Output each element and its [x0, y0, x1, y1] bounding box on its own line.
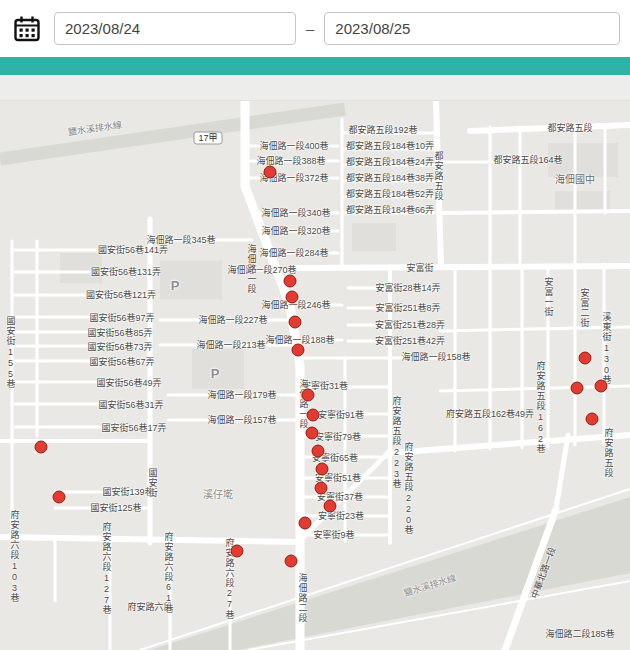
map-marker[interactable] — [231, 545, 244, 558]
road — [436, 101, 441, 266]
map-marker[interactable] — [586, 413, 599, 426]
date-to-input[interactable] — [324, 12, 620, 45]
map-marker[interactable] — [264, 166, 277, 179]
map-roads — [0, 101, 630, 650]
map-canvas[interactable]: 鹽水溪排水線17甲海佃路一段400巷海佃路一段388巷海佃路一段372巷海佃路一… — [0, 101, 630, 650]
road — [556, 435, 568, 509]
road — [245, 186, 290, 306]
date-toolbar: – — [0, 0, 630, 57]
calendar-icon[interactable] — [10, 12, 44, 46]
map-marker[interactable] — [284, 275, 297, 288]
map-marker[interactable] — [312, 445, 325, 458]
map-marker[interactable] — [316, 463, 329, 476]
map-marker[interactable] — [286, 291, 299, 304]
road — [443, 211, 630, 213]
map-marker[interactable] — [285, 555, 298, 568]
map-marker[interactable] — [35, 441, 48, 454]
map-marker[interactable] — [307, 409, 320, 422]
map-marker[interactable] — [595, 380, 608, 393]
road — [0, 537, 298, 542]
sub-bar — [0, 75, 630, 101]
map-marker[interactable] — [571, 382, 584, 395]
road — [440, 327, 630, 331]
date-from-input[interactable] — [54, 12, 296, 45]
map-marker[interactable] — [302, 389, 315, 402]
building — [192, 349, 244, 389]
map-marker[interactable] — [315, 482, 328, 495]
map-marker[interactable] — [292, 344, 305, 357]
accent-bar — [0, 57, 630, 75]
date-range-separator: – — [306, 20, 314, 37]
map-marker[interactable] — [324, 500, 337, 513]
building — [160, 261, 222, 299]
map-marker[interactable] — [53, 491, 66, 504]
map-marker[interactable] — [579, 352, 592, 365]
canal — [0, 109, 345, 159]
building — [352, 223, 396, 251]
calendar-icon-glyph — [13, 15, 41, 43]
map-marker[interactable] — [306, 427, 319, 440]
road — [388, 435, 630, 453]
map-marker[interactable] — [289, 316, 302, 329]
road — [297, 266, 630, 268]
building — [60, 253, 102, 283]
building — [548, 143, 618, 177]
map-marker[interactable] — [299, 517, 312, 530]
